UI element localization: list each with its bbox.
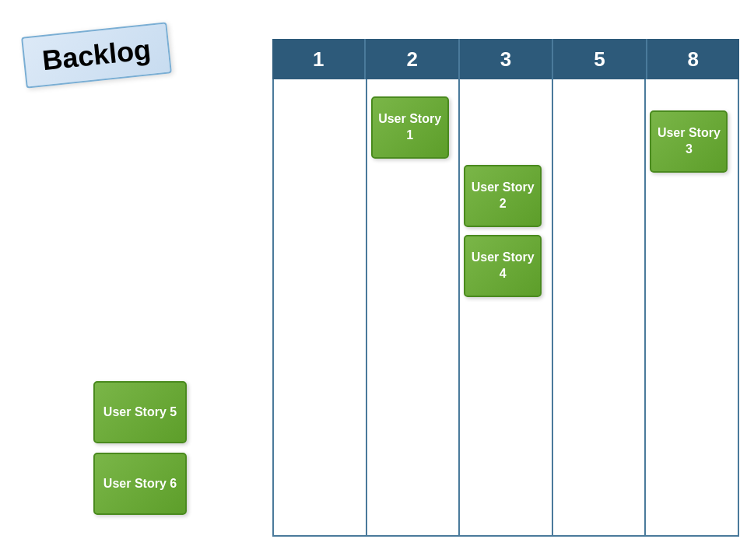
story-2-label: User Story 2: [470, 180, 535, 212]
header-col-8: 8: [647, 39, 739, 79]
header-col-2: 2: [366, 39, 459, 79]
grid-column-1: [274, 79, 367, 535]
story-card-3[interactable]: User Story 3: [650, 110, 728, 173]
backlog-label: Backlog: [21, 22, 172, 88]
story-4-label: User Story 4: [470, 250, 535, 282]
grid-column-3: User Story 2 User Story 4: [460, 79, 553, 535]
story-6-label: User Story 6: [103, 476, 177, 492]
story-card-5[interactable]: User Story 5: [93, 381, 187, 443]
story-card-1[interactable]: User Story 1: [371, 96, 449, 159]
grid-column-8: User Story 3: [646, 79, 738, 535]
planning-grid: 1 2 3 5 8 User Story 1 User: [272, 39, 739, 537]
grid-column-2: User Story 1: [367, 79, 461, 535]
story-card-2[interactable]: User Story 2: [464, 165, 542, 227]
story-card-6[interactable]: User Story 6: [93, 453, 187, 515]
story-5-label: User Story 5: [103, 404, 177, 421]
header-col-5: 5: [553, 39, 647, 79]
grid-header: 1 2 3 5 8: [272, 39, 739, 79]
grid-column-5: [553, 79, 647, 535]
story-card-4[interactable]: User Story 4: [464, 235, 542, 297]
story-3-label: User Story 3: [656, 125, 721, 158]
header-col-3: 3: [460, 39, 553, 79]
story-1-label: User Story 1: [377, 111, 443, 144]
header-col-1: 1: [272, 39, 366, 79]
grid-body: User Story 1 User Story 2 User Story 4 U…: [272, 79, 739, 537]
